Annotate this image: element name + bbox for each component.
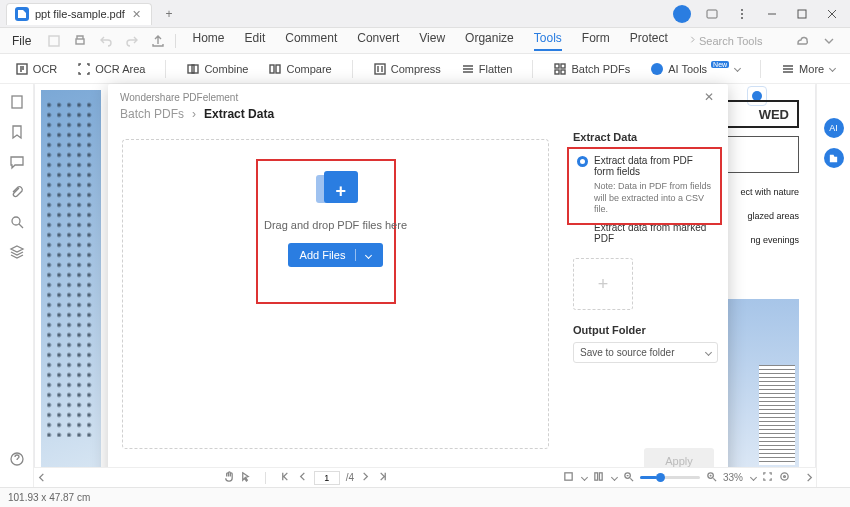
menubar: File Home Edit Comment Convert View Orga… (0, 28, 850, 54)
print-icon[interactable] (71, 32, 89, 50)
output-select-value: Save to source folder (580, 347, 675, 358)
menu-protect[interactable]: Protect (630, 31, 668, 51)
svg-rect-13 (555, 64, 559, 68)
maximize-button[interactable] (790, 3, 814, 25)
crumb-current: Extract Data (204, 107, 274, 121)
dimensions-label: 101.93 x 47.87 cm (8, 492, 90, 503)
ai-chat-icon[interactable]: AI (824, 118, 844, 138)
user-avatar[interactable] (670, 3, 694, 25)
file-menu[interactable]: File (6, 32, 37, 50)
new-badge: New (711, 61, 729, 68)
share-icon[interactable] (149, 32, 167, 50)
compress-button[interactable]: Compress (373, 62, 441, 76)
bookmarks-icon[interactable] (9, 124, 25, 140)
svg-rect-23 (595, 473, 598, 480)
undo-icon[interactable] (97, 32, 115, 50)
ocr-button[interactable]: OCR (15, 62, 57, 76)
reader-mode-icon[interactable] (700, 3, 724, 25)
layers-icon[interactable] (9, 244, 25, 260)
menu-edit[interactable]: Edit (245, 31, 266, 51)
search-panel-icon[interactable] (9, 214, 25, 230)
titlebar: ppt file-sample.pdf ✕ + (0, 0, 850, 28)
add-files-label: Add Files (300, 249, 346, 261)
save-icon[interactable] (45, 32, 63, 50)
crumb-parent[interactable]: Batch PDFs (120, 107, 184, 121)
svg-rect-11 (276, 65, 280, 73)
ai-tools-button[interactable]: AI ToolsNew (650, 62, 740, 76)
kebab-menu-icon[interactable] (730, 3, 754, 25)
svg-rect-9 (192, 65, 198, 73)
batch-pdfs-button[interactable]: Batch PDFs (553, 62, 630, 76)
cloud-icon[interactable] (792, 32, 810, 50)
menu-convert[interactable]: Convert (357, 31, 399, 51)
fit-page-icon[interactable] (563, 471, 574, 484)
close-window-button[interactable] (820, 3, 844, 25)
combine-label: Combine (204, 63, 248, 75)
svg-point-27 (781, 473, 788, 480)
workspace: AI WED tion gton, USA ect with nature gl… (0, 84, 850, 487)
attachments-icon[interactable] (9, 184, 25, 200)
menu-comment[interactable]: Comment (285, 31, 337, 51)
compare-label: Compare (286, 63, 331, 75)
first-page-button[interactable] (280, 471, 291, 484)
select-tool-icon[interactable] (240, 471, 251, 484)
mini-drop-zone[interactable]: + (573, 258, 633, 310)
close-tab-icon[interactable]: ✕ (131, 8, 143, 20)
document-tab[interactable]: ppt file-sample.pdf ✕ (6, 3, 152, 25)
zoom-out-button[interactable] (623, 471, 634, 484)
page-navigation-bar: /4 33% (34, 467, 816, 487)
zoom-in-button[interactable] (706, 471, 717, 484)
zoom-value: 33% (723, 472, 743, 483)
radio-marked-pdf[interactable]: Extract data from marked PDF (577, 222, 714, 244)
right-sidebar: AI (816, 84, 850, 487)
help-icon[interactable] (9, 451, 25, 467)
more-button[interactable]: More (781, 62, 835, 76)
view-mode-icon[interactable] (593, 471, 604, 484)
dialog-brand: Wondershare PDFelement (108, 84, 728, 107)
scroll-right-button[interactable] (802, 471, 816, 485)
page-number-input[interactable] (314, 471, 340, 485)
scroll-left-button[interactable] (34, 471, 48, 485)
new-tab-button[interactable]: + (160, 5, 178, 23)
search-tools-input[interactable]: Search Tools (684, 35, 784, 47)
ai-translate-icon[interactable] (824, 148, 844, 168)
menu-organize[interactable]: Organize (465, 31, 514, 51)
read-mode-icon[interactable] (779, 471, 790, 484)
flatten-button[interactable]: Flatten (461, 62, 513, 76)
collapse-ribbon-icon[interactable] (820, 32, 838, 50)
chevron-down-icon (734, 65, 741, 72)
svg-rect-22 (565, 473, 572, 480)
zoom-slider[interactable] (640, 476, 700, 479)
highlight-box-2 (567, 147, 722, 225)
next-page-button[interactable] (360, 471, 371, 484)
last-page-button[interactable] (377, 471, 388, 484)
svg-point-2 (741, 13, 743, 15)
drop-hint-label: Drag and drop PDF files here (264, 219, 407, 231)
output-folder-header: Output Folder (573, 324, 718, 336)
menu-view[interactable]: View (419, 31, 445, 51)
add-files-button[interactable]: Add Files (288, 243, 384, 267)
svg-rect-8 (188, 65, 194, 73)
dialog-close-button[interactable]: ✕ (704, 90, 720, 106)
hand-tool-icon[interactable] (223, 471, 234, 484)
dialog-right-panel: Extract Data Extract data from PDF form … (563, 129, 728, 459)
pdf-icon (15, 7, 29, 21)
redo-icon[interactable] (123, 32, 141, 50)
thumbnails-icon[interactable] (9, 94, 25, 110)
output-folder-select[interactable]: Save to source folder (573, 342, 718, 363)
ocr-label: OCR (33, 63, 57, 75)
left-sidebar (0, 84, 34, 487)
menu-home[interactable]: Home (193, 31, 225, 51)
dialog-breadcrumb: Batch PDFs › Extract Data (108, 107, 728, 129)
compare-button[interactable]: Compare (268, 62, 331, 76)
minimize-button[interactable] (760, 3, 784, 25)
fullscreen-icon[interactable] (762, 471, 773, 484)
menu-tools[interactable]: Tools (534, 31, 562, 51)
menu-form[interactable]: Form (582, 31, 610, 51)
prev-page-button[interactable] (297, 471, 308, 484)
comments-icon[interactable] (9, 154, 25, 170)
more-label: More (799, 63, 824, 75)
chevron-down-icon (365, 251, 372, 258)
combine-button[interactable]: Combine (186, 62, 248, 76)
ocr-area-button[interactable]: OCR Area (77, 62, 145, 76)
